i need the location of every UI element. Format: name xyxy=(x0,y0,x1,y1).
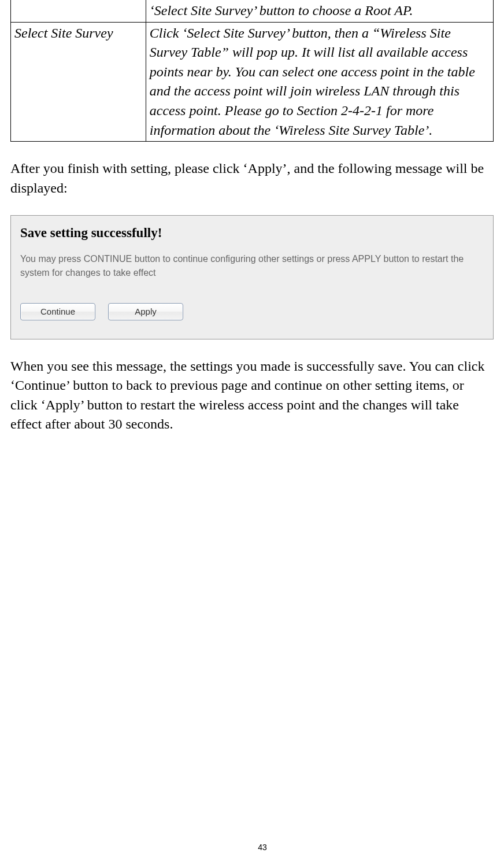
table-cell-select-site-survey-desc: Click ‘Select Site Survey’ button, then … xyxy=(146,22,493,142)
page-number: 43 xyxy=(10,842,504,854)
save-success-dialog: Save setting successfully! You may press… xyxy=(10,215,494,339)
paragraph-explanation: When you see this message, the settings … xyxy=(10,357,494,434)
description-table: ‘Select Site Survey’ button to choose a … xyxy=(10,0,494,142)
apply-button[interactable]: Apply xyxy=(108,303,183,320)
dialog-title: Save setting successfully! xyxy=(20,224,484,242)
table-cell-select-site-survey-label: Select Site Survey xyxy=(11,22,146,142)
paragraph-apply-instruction: After you finish with setting, please cl… xyxy=(10,159,494,198)
dialog-message: You may press CONTINUE button to continu… xyxy=(20,252,484,280)
table-cell-root-ap: ‘Select Site Survey’ button to choose a … xyxy=(146,0,493,22)
continue-button[interactable]: Continue xyxy=(20,303,95,320)
table-cell-empty xyxy=(11,0,146,22)
dialog-button-row: Continue Apply xyxy=(20,303,484,320)
